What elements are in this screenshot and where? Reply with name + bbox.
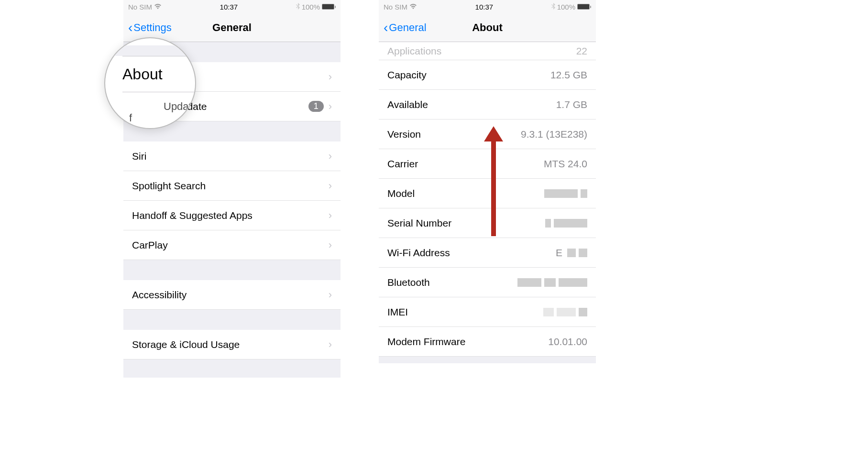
- scroll-up-arrow-annotation: [484, 126, 503, 236]
- row-label: IMEI: [387, 306, 408, 318]
- wifi-icon: [154, 3, 162, 11]
- section-gap: [379, 357, 596, 363]
- status-time: 10:37: [475, 3, 494, 11]
- status-bar: No SIM 10:37 100%: [123, 0, 341, 13]
- row-value: 9.3.1 (13E238): [521, 129, 587, 140]
- row-modem-firmware[interactable]: Modem Firmware 10.01.00: [379, 327, 596, 357]
- carrier-label: No SIM: [128, 3, 152, 11]
- row-available[interactable]: Available 1.7 GB: [379, 90, 596, 119]
- chevron-right-icon: ›: [329, 71, 332, 83]
- battery-percent: 100%: [557, 3, 575, 11]
- row-label: Accessibility: [132, 289, 187, 301]
- row-label: CarPlay: [132, 239, 168, 251]
- row-capacity[interactable]: Capacity 12.5 GB: [379, 60, 596, 90]
- status-time: 10:37: [220, 3, 238, 11]
- row-label: Bluetooth: [387, 277, 430, 288]
- row-label: Capacity: [387, 69, 427, 81]
- row-label: Handoff & Suggested Apps: [132, 210, 253, 221]
- nav-title: About: [472, 22, 503, 34]
- row-storage-icloud[interactable]: Storage & iCloud Usage ›: [123, 330, 341, 359]
- chevron-right-icon: ›: [329, 180, 332, 192]
- chevron-right-icon: ›: [329, 338, 332, 351]
- nav-title: General: [212, 22, 252, 34]
- chevron-right-icon: ›: [329, 209, 332, 222]
- chevron-right-icon: ›: [329, 100, 332, 113]
- row-label: Siri: [132, 151, 146, 162]
- row-label: Wi-Fi Address: [387, 247, 450, 259]
- redacted-value: [543, 308, 587, 316]
- row-label: Spotlight Search: [132, 180, 206, 192]
- row-applications[interactable]: Applications 22: [379, 42, 596, 60]
- back-button[interactable]: ‹ General: [384, 21, 427, 34]
- section-gap: [123, 260, 341, 280]
- magnifier-callout: About Update f: [104, 37, 196, 129]
- chevron-right-icon: ›: [329, 289, 332, 301]
- status-right: 100%: [551, 3, 591, 11]
- row-value: 1.7 GB: [556, 99, 587, 110]
- magnifier-partial-char: f: [129, 112, 132, 124]
- row-siri[interactable]: Siri ›: [123, 141, 341, 171]
- nav-bar: ‹ General About: [379, 13, 596, 42]
- chevron-back-icon: ‹: [128, 21, 132, 34]
- row-label: Version: [387, 129, 421, 140]
- status-bar: No SIM 10:37 100%: [379, 0, 596, 13]
- back-button[interactable]: ‹ Settings: [128, 21, 172, 34]
- redacted-value: [517, 278, 587, 287]
- row-label: Available: [387, 99, 428, 110]
- row-label: Model: [387, 188, 415, 199]
- row-label: Carrier: [387, 158, 418, 170]
- redacted-value: E: [556, 247, 587, 259]
- section-gap: [123, 310, 341, 330]
- arrow-stem: [491, 136, 496, 236]
- bluetooth-icon: [551, 3, 555, 11]
- row-wifi-address[interactable]: Wi-Fi Address E: [379, 238, 596, 268]
- magnifier-about-label: About: [122, 65, 163, 83]
- chevron-back-icon: ‹: [384, 21, 388, 34]
- row-value: 22: [576, 45, 587, 57]
- row-label: Serial Number: [387, 217, 451, 229]
- row-accessibility[interactable]: Accessibility ›: [123, 280, 341, 310]
- status-left: No SIM: [128, 3, 162, 11]
- row-carplay[interactable]: CarPlay ›: [123, 230, 341, 260]
- back-label: Settings: [133, 22, 172, 34]
- carrier-label: No SIM: [384, 3, 407, 11]
- bluetooth-icon: [296, 3, 300, 11]
- redacted-value: [545, 219, 587, 228]
- wifi-prefix: E: [556, 247, 562, 259]
- redacted-value: [544, 189, 587, 198]
- row-label: Applications: [387, 45, 441, 57]
- row-bluetooth[interactable]: Bluetooth: [379, 268, 596, 297]
- row-handoff[interactable]: Handoff & Suggested Apps ›: [123, 201, 341, 230]
- row-spotlight-search[interactable]: Spotlight Search ›: [123, 171, 341, 201]
- row-value: MTS 24.0: [544, 158, 587, 170]
- wifi-icon: [409, 3, 417, 11]
- status-left: No SIM: [384, 3, 417, 11]
- row-value: 12.5 GB: [550, 69, 587, 81]
- back-label: General: [389, 22, 426, 34]
- row-value: 10.01.00: [548, 336, 587, 347]
- status-right: 100%: [296, 3, 336, 11]
- battery-icon: [322, 4, 336, 10]
- row-imei[interactable]: IMEI: [379, 297, 596, 327]
- update-badge: 1: [308, 101, 324, 112]
- chevron-right-icon: ›: [329, 239, 332, 251]
- row-label: Storage & iCloud Usage: [132, 339, 240, 350]
- battery-icon: [577, 4, 591, 10]
- row-label: Modem Firmware: [387, 336, 465, 347]
- chevron-right-icon: ›: [329, 150, 332, 163]
- battery-percent: 100%: [302, 3, 320, 11]
